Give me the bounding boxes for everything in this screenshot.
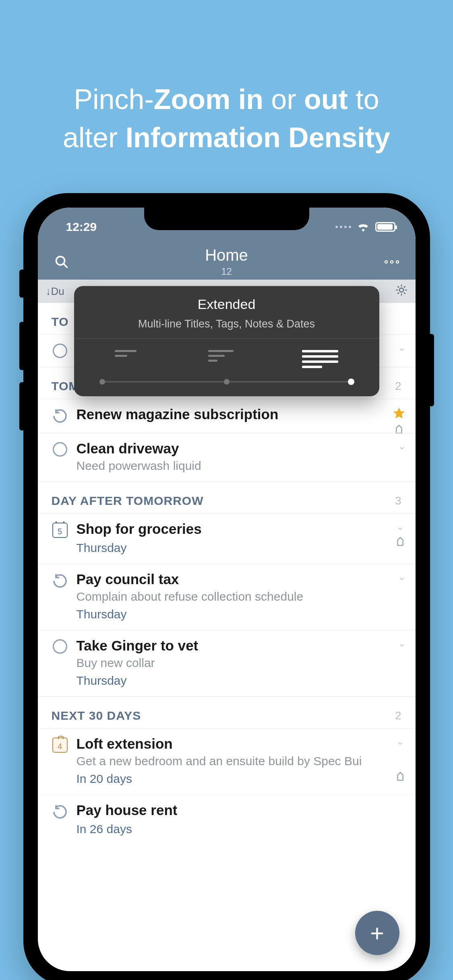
task-date: In 20 days bbox=[77, 772, 382, 786]
task-date: In 26 days bbox=[77, 822, 382, 836]
task-row[interactable]: Clean driveway Need powerwash liquid ⌄ bbox=[38, 433, 416, 482]
density-option-normal[interactable] bbox=[208, 350, 244, 368]
task-row[interactable]: 4 Loft extension Get a new bedroom and a… bbox=[38, 728, 416, 795]
popup-title: Extended bbox=[86, 296, 367, 312]
task-note: Get a new bedroom and an ensuite build b… bbox=[77, 754, 382, 768]
briefcase-icon: 4 bbox=[52, 737, 68, 753]
battery-icon bbox=[375, 222, 395, 232]
svg-line-10 bbox=[404, 286, 405, 287]
popup-subtitle: Multi-line Titles, Tags, Notes & Dates bbox=[86, 318, 367, 330]
task-date: Thursday bbox=[77, 541, 382, 555]
brightness-button[interactable] bbox=[395, 284, 407, 299]
more-icon bbox=[385, 260, 399, 264]
svg-point-2 bbox=[399, 288, 403, 292]
cellular-icon bbox=[335, 226, 351, 228]
side-button bbox=[19, 322, 25, 370]
status-time: 12:29 bbox=[66, 220, 97, 234]
task-note: Need powerwash liquid bbox=[77, 459, 382, 473]
chevron-down-icon[interactable]: ⌄ bbox=[398, 638, 406, 649]
task-title: Pay house rent bbox=[77, 802, 382, 818]
recur-icon bbox=[52, 408, 68, 424]
density-popup[interactable]: Extended Multi-line Titles, Tags, Notes … bbox=[74, 286, 379, 396]
recur-icon bbox=[52, 804, 68, 820]
task-row[interactable]: Pay council tax Complain about refuse co… bbox=[38, 564, 416, 630]
page-subtitle: 12 bbox=[72, 266, 382, 277]
checkbox-icon[interactable] bbox=[53, 442, 67, 457]
chevron-down-icon[interactable]: ⌄ bbox=[398, 571, 406, 583]
task-title: Shop for groceries bbox=[77, 521, 382, 537]
side-button bbox=[428, 334, 434, 406]
slider-thumb[interactable] bbox=[348, 379, 354, 385]
task-note: Complain about refuse collection schedul… bbox=[77, 590, 382, 603]
chevron-down-icon[interactable]: ⌄ bbox=[398, 342, 406, 353]
search-button[interactable] bbox=[52, 252, 72, 272]
section-header-next30: NEXT 30 DAYS 2 bbox=[38, 697, 416, 728]
checkbox-icon[interactable] bbox=[53, 344, 67, 358]
notch bbox=[144, 208, 309, 230]
task-row[interactable]: Take Ginger to vet Buy new collar Thursd… bbox=[38, 630, 416, 696]
recur-icon bbox=[52, 573, 68, 589]
task-title: Take Ginger to vet bbox=[77, 638, 382, 654]
promo-headline: Pinch-Zoom in or out to alter Informatio… bbox=[0, 80, 453, 156]
task-date: Thursday bbox=[77, 607, 382, 621]
wifi-icon bbox=[357, 222, 370, 232]
density-option-extended[interactable] bbox=[302, 350, 338, 368]
plus-icon: + bbox=[370, 919, 384, 947]
search-icon bbox=[54, 255, 69, 269]
svg-line-7 bbox=[398, 286, 399, 287]
svg-line-8 bbox=[404, 292, 405, 293]
density-slider[interactable] bbox=[102, 381, 351, 383]
density-option-compact[interactable] bbox=[115, 350, 151, 368]
tag-icon bbox=[395, 772, 406, 783]
side-button bbox=[19, 382, 25, 430]
task-row[interactable]: Pay house rent In 26 days bbox=[38, 795, 416, 845]
task-note: Buy new collar bbox=[77, 656, 382, 670]
sort-indicator[interactable]: ↓Du bbox=[46, 285, 64, 298]
svg-line-9 bbox=[398, 292, 399, 293]
task-row[interactable]: 5 Shop for groceries Thursday ⌄ bbox=[38, 513, 416, 564]
section-header-day-after: DAY AFTER TOMORROW 3 bbox=[38, 482, 416, 513]
task-date: Thursday bbox=[77, 674, 382, 688]
task-title: Pay council tax bbox=[77, 571, 382, 587]
tag-icon bbox=[395, 537, 406, 548]
chevron-down-icon[interactable]: ⌄ bbox=[398, 441, 406, 452]
task-title: Loft extension bbox=[77, 736, 382, 752]
svg-line-1 bbox=[63, 264, 67, 267]
more-button[interactable] bbox=[382, 252, 402, 272]
task-title: Clean driveway bbox=[77, 441, 382, 457]
phone-frame: 12:29 Home 12 ↓ bbox=[23, 193, 430, 980]
chevron-down-icon[interactable]: ⌄ bbox=[396, 736, 404, 747]
task-row[interactable]: Renew magazine subscription bbox=[38, 399, 416, 433]
side-button bbox=[19, 270, 25, 298]
chevron-down-icon[interactable]: ⌄ bbox=[396, 521, 404, 532]
checkbox-icon[interactable] bbox=[53, 639, 67, 654]
phone-screen: 12:29 Home 12 ↓ bbox=[38, 208, 416, 971]
page-title: Home bbox=[72, 246, 382, 264]
add-task-button[interactable]: + bbox=[355, 911, 399, 955]
sun-icon bbox=[395, 284, 407, 296]
task-title: Renew magazine subscription bbox=[77, 406, 382, 422]
star-icon[interactable] bbox=[392, 406, 406, 420]
calendar-icon: 5 bbox=[52, 523, 68, 538]
